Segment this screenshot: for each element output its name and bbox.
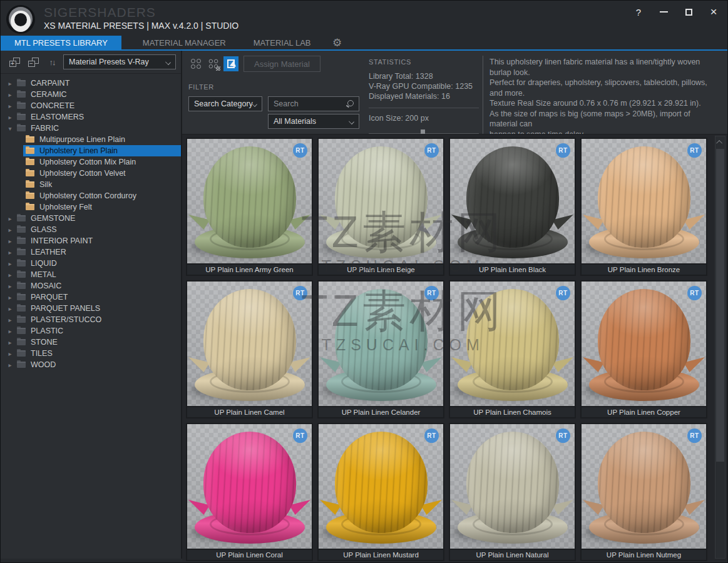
tree-item[interactable]: ▸ELASTOMERS	[1, 111, 181, 123]
tree-item[interactable]: ▾FABRIC	[1, 123, 181, 134]
search-category-select[interactable]: Search Category	[188, 96, 262, 111]
maximize-button[interactable]	[680, 4, 697, 19]
tree-collapsed-icon[interactable]: ▸	[6, 350, 14, 357]
tree-item[interactable]: ▸GLASS	[1, 224, 181, 235]
material-tile[interactable]: RTUP Plain Linen Nutmeg	[580, 423, 707, 561]
tree-collapsed-icon[interactable]: ▸	[6, 271, 14, 278]
material-name: UP Plain Linen Coral	[187, 549, 312, 560]
tree-collapsed-icon[interactable]: ▸	[6, 114, 14, 121]
sphere-shape	[335, 289, 428, 390]
material-preview: RT	[450, 424, 575, 549]
close-button[interactable]: ×	[705, 4, 722, 19]
collapse-all-button[interactable]: −	[26, 54, 41, 69]
material-tile[interactable]: RTUP Plain Linen Bronze	[580, 138, 707, 276]
tree-collapsed-icon[interactable]: ▸	[6, 80, 14, 87]
tree-item[interactable]: Silk	[1, 179, 181, 190]
tree-item[interactable]: ▸METAL	[1, 269, 181, 280]
tree-collapsed-icon[interactable]: ▸	[6, 91, 14, 98]
material-preview: RT	[450, 282, 575, 406]
tree-item[interactable]: Upholstery Cotton Corduroy	[1, 190, 181, 201]
tree-item[interactable]: Multipurpose Linen Plain	[1, 134, 181, 145]
tree-expanded-icon[interactable]: ▾	[6, 125, 14, 132]
material-tile[interactable]: RTUP Plain Linen Coral	[186, 423, 313, 561]
sphere-shape	[598, 289, 690, 390]
tab-mtl-presets-library[interactable]: MTL PRESETS LIBRARY	[1, 36, 121, 49]
material-tile[interactable]: RTUP Plain Linen Camel	[186, 280, 313, 418]
materials-filter-select[interactable]: All Materials	[268, 114, 359, 129]
material-tile[interactable]: RTUP Plain Linen Beige	[317, 138, 444, 276]
tree-item[interactable]: ▸CONCRETE	[1, 100, 181, 111]
material-tile[interactable]: RTUP Plain Linen Natural	[449, 423, 576, 561]
tree-item[interactable]: Upholstery Felt	[1, 201, 181, 213]
scroll-up-button[interactable]	[715, 136, 725, 148]
folder-icon	[17, 91, 26, 98]
tree-collapsed-icon[interactable]: ▸	[6, 362, 14, 368]
tree-collapsed-icon[interactable]: ▸	[6, 328, 14, 335]
app-subtitle: XS MATERIAL PRESETS | MAX v.4.2.0 | STUD…	[44, 20, 238, 31]
filter-heading: FILTER	[188, 83, 362, 91]
scrollbar-thumb[interactable]	[716, 149, 724, 462]
tree-collapsed-icon[interactable]: ▸	[6, 305, 14, 312]
tree-collapsed-icon[interactable]: ▸	[6, 226, 14, 233]
tree-item[interactable]: Upholstery Cotton Mix Plain	[1, 156, 181, 168]
tree-item-label: GLASS	[31, 225, 57, 234]
tab-material-lab[interactable]: MATERIAL LAB	[240, 36, 325, 49]
material-tile[interactable]: RTUP Plain Linen Copper	[580, 280, 707, 418]
tree-collapsed-icon[interactable]: ▸	[6, 317, 14, 323]
tree-item[interactable]: ▸GEMSTONE	[1, 213, 181, 224]
material-tile[interactable]: RTUP Plain Linen Mustard	[317, 423, 444, 561]
tree-item[interactable]: ▸LEATHER	[1, 246, 181, 258]
material-tile[interactable]: RTUP Plain Linen Celander	[317, 280, 444, 418]
tree-item[interactable]: ▸LIQUID	[1, 258, 181, 269]
assign-material-button[interactable]: Assign Material	[244, 56, 320, 72]
maps-view-button[interactable]	[206, 56, 221, 71]
tree-item[interactable]: ▸TILES	[1, 348, 181, 359]
material-name: UP Plain Linen Beige	[319, 263, 443, 275]
material-name: UP Plain Linen Bronze	[582, 263, 706, 275]
tree-collapsed-icon[interactable]: ▸	[6, 249, 14, 256]
tree-collapsed-icon[interactable]: ▸	[6, 260, 14, 267]
tree-collapsed-icon[interactable]: ▸	[6, 283, 14, 290]
grid-scrollbar[interactable]	[715, 136, 725, 559]
tree-item[interactable]: ▸PARQUET	[1, 292, 181, 303]
tree-item[interactable]: ▸STONE	[1, 337, 181, 348]
rt-badge: RT	[424, 429, 439, 443]
sort-button[interactable]: ↑↓	[44, 54, 59, 69]
window-titlebar: SIGERSHADERS XS MATERIAL PRESETS | MAX v…	[1, 1, 727, 36]
tree-item[interactable]: ▸INTERIOR PAINT	[1, 235, 181, 246]
tree-item-label: Upholstery Linen Plain	[39, 146, 118, 155]
tree-item[interactable]: ▸CERAMIC	[1, 89, 181, 100]
stat-gpu-compatible: V-Ray GPU Compatible: 1235	[369, 81, 478, 91]
tree-item[interactable]: ▸MOSAIC	[1, 280, 181, 292]
help-button[interactable]: ?	[630, 4, 647, 19]
tree-item[interactable]: Upholstery Linen Plain	[1, 145, 181, 156]
minimize-button[interactable]	[655, 4, 672, 19]
tree-collapsed-icon[interactable]: ▸	[6, 294, 14, 301]
settings-gear-icon[interactable]: ⚙	[325, 36, 350, 49]
tree-item[interactable]: ▸PARQUET PANELS	[1, 303, 181, 314]
rt-badge: RT	[293, 143, 307, 158]
tree-item-label: Upholstery Felt	[39, 203, 92, 211]
search-input[interactable]: Search	[268, 96, 359, 111]
thumbnail-view-button[interactable]	[188, 56, 203, 71]
material-tile[interactable]: RTUP Plain Linen Army Green	[186, 138, 313, 276]
expand-all-button[interactable]: +	[7, 54, 22, 69]
tree-collapsed-icon[interactable]: ▸	[6, 103, 14, 109]
tree-item-label: ELASTOMERS	[31, 113, 84, 121]
material-tile[interactable]: RTUP Plain Linen Chamois	[449, 280, 576, 418]
pick-material-button[interactable]	[223, 56, 238, 71]
tree-item[interactable]: ▸PLASTER/STUCCO	[1, 314, 181, 325]
tree-collapsed-icon[interactable]: ▸	[6, 238, 14, 245]
tree-item[interactable]: ▸WOOD	[1, 359, 181, 370]
sphere-shape	[466, 146, 559, 248]
search-category-value: Search Category	[194, 99, 253, 108]
library-select[interactable]: Material Presets V-Ray	[63, 54, 176, 69]
material-tile[interactable]: RTUP Plain Linen Black	[449, 138, 576, 276]
tab-material-manager[interactable]: MATERIAL MANAGER	[129, 36, 240, 49]
category-tree: ▸CARPAINT▸CERAMIC▸CONCRETE▸ELASTOMERS▾FA…	[1, 74, 181, 559]
tree-item[interactable]: ▸CARPAINT	[1, 78, 181, 89]
tree-item[interactable]: Upholstery Cotton Velvet	[1, 168, 181, 179]
tree-collapsed-icon[interactable]: ▸	[6, 215, 14, 222]
tree-item[interactable]: ▸PLASTIC	[1, 325, 181, 337]
tree-collapsed-icon[interactable]: ▸	[6, 339, 14, 346]
